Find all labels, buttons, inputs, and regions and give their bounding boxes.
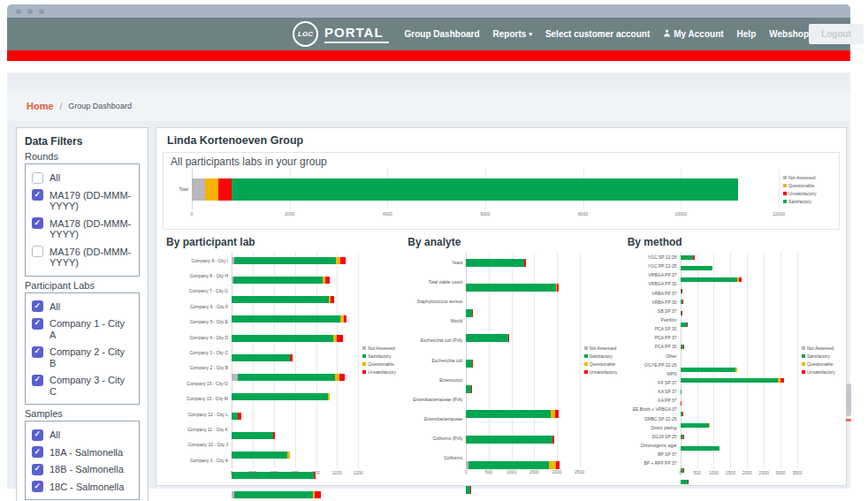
category-label: BP SP 37 — [624, 450, 681, 459]
screenshot-stage: LGC PORTAL Group DashboardReports▾Select… — [0, 0, 868, 501]
stacked-bar — [232, 432, 358, 439]
stacked-bar — [681, 311, 797, 315]
filter-option-all[interactable]: All — [32, 429, 133, 441]
stacked-bar — [681, 457, 797, 461]
stacked-bar — [466, 284, 579, 292]
scrollbar-thumb[interactable] — [846, 383, 851, 416]
breadcrumb-home-link[interactable]: Home — [27, 101, 54, 111]
checkbox-unchecked[interactable] — [32, 172, 43, 184]
bar-segment-satisfactory — [681, 368, 736, 372]
bar-segment-unsatisfactory — [331, 296, 334, 303]
filter-option-all[interactable]: All — [32, 171, 133, 184]
bar-segment-satisfactory — [232, 178, 738, 201]
category-label: Company 2 - City B — [163, 361, 232, 376]
bar-segment-satisfactory — [238, 374, 335, 381]
nav-item-reports[interactable]: Reports▾ — [493, 29, 532, 39]
by-analyte-chart-panel: By analyte YeastTotal viable countStaphy… — [404, 236, 621, 477]
scrollbar-highlight-mark — [846, 419, 851, 421]
chart-row — [681, 333, 797, 342]
stacked-bar — [232, 257, 358, 264]
legend-marker — [362, 354, 366, 358]
nav-item-select-customer-account[interactable]: Select customer account — [545, 29, 650, 39]
category-label: Escherichia coli (P/A) — [404, 330, 466, 350]
chart-plot-area — [232, 253, 358, 468]
stacked-bar — [466, 410, 579, 418]
legend-marker — [802, 370, 805, 374]
checkbox-unchecked[interactable] — [32, 246, 43, 257]
group-total-chart: TotalNot AssessedQuestionableUnsatisfact… — [171, 169, 832, 218]
logout-button[interactable]: Logout — [809, 24, 864, 44]
filter-option-18a-salmonella[interactable]: 18A - Salmonella — [32, 446, 133, 459]
data-filters-sidebar: Data Filters RoundsAllMA179 (DD-MMM-YYYY… — [16, 127, 148, 501]
window-control-dot[interactable] — [27, 9, 33, 14]
bar-segment-satisfactory — [681, 378, 779, 383]
checkbox-checked[interactable] — [32, 346, 43, 358]
filter-option-company-1-city-a[interactable]: Company 1 - City A — [32, 317, 133, 340]
stacked-bar — [681, 300, 797, 304]
nav-item-help[interactable]: Help — [737, 29, 757, 39]
filter-option-18c-salmonella[interactable]: 18C - Salmonella — [32, 481, 133, 493]
legend-marker — [362, 370, 366, 374]
chart-row — [681, 423, 797, 432]
bar-segment-satisfactory — [466, 284, 555, 292]
category-label: BP + RPF PP 37 — [624, 459, 681, 467]
legend-label: Questionable — [590, 361, 615, 367]
category-label: KF SP 37 — [624, 378, 681, 387]
category-label: PCA PP 37 — [624, 333, 681, 342]
filter-option-company-2-city-b[interactable]: Company 2 - City B — [32, 345, 133, 368]
checkbox-checked[interactable] — [32, 375, 43, 386]
chart-row — [232, 452, 358, 467]
axis-tick-label: 800 — [312, 470, 319, 475]
lgc-logo-text: LGC — [298, 30, 313, 38]
filter-option-ma179-dd-mmm-yyyy[interactable]: MA179 (DD-MMM-YYYY) — [32, 189, 133, 212]
stacked-bar — [232, 315, 358, 323]
filter-option-ma178-dd-mmm-yyyy[interactable]: MA178 (DD-MMM-YYYY) — [32, 217, 133, 240]
filter-option-18b-salmonella[interactable]: 18B - Salmonella — [32, 463, 133, 475]
nav-item-group-dashboard[interactable]: Group Dashboard — [405, 29, 480, 39]
bar-segment-satisfactory — [233, 277, 323, 284]
checkbox-checked[interactable] — [32, 481, 43, 492]
chart-row — [681, 368, 797, 376]
chart-row — [466, 360, 579, 379]
stacked-bar — [466, 309, 579, 317]
checkbox-checked[interactable] — [32, 189, 43, 201]
breakdown-charts-row: By participant lab Company 9 - City ICom… — [163, 236, 840, 477]
checkbox-checked[interactable] — [32, 429, 43, 441]
bar-segment-questionable — [287, 452, 289, 459]
bar-segment-satisfactory — [232, 432, 273, 439]
axis-tick-label: 0 — [191, 211, 194, 216]
category-label: Coliforms — [404, 448, 466, 467]
category-label: YGC PP 22-25 — [624, 262, 681, 270]
checkbox-checked[interactable] — [32, 300, 43, 312]
legend-label: Satisfactory — [807, 353, 830, 359]
by-participant-lab-chart-panel: By participant lab Company 9 - City ICom… — [163, 236, 402, 477]
category-label: Escherichia coli — [404, 350, 466, 369]
nav-item-my-account[interactable]: My Account — [663, 29, 723, 39]
checkbox-checked[interactable] — [32, 446, 43, 458]
window-control-dot[interactable] — [16, 9, 21, 14]
checkbox-checked[interactable] — [32, 464, 43, 475]
chart-row — [232, 296, 358, 311]
filter-option-all[interactable]: All — [32, 300, 133, 313]
stacked-bar — [232, 277, 358, 284]
filter-option-ma176-dd-mmm-yyyy[interactable]: MA176 (DD-MMM-YYYY) — [32, 246, 133, 269]
bar-segment-questionable — [205, 178, 218, 201]
bar-segment-not-assessed — [232, 374, 238, 381]
nav-item-webshop[interactable]: Webshop — [769, 29, 809, 39]
bar-segment-satisfactory — [681, 423, 709, 428]
filter-section-label-participant-labs: Participant Labs — [25, 280, 140, 291]
checkbox-checked[interactable] — [32, 318, 43, 330]
window-control-dot[interactable] — [39, 9, 44, 14]
stacked-bar — [681, 435, 797, 439]
axis-tick-label: 2500 — [575, 469, 584, 474]
lgc-portal-brand[interactable]: LGC PORTAL — [293, 21, 389, 47]
filter-option-company-3-city-c[interactable]: Company 3 - City C — [32, 374, 133, 397]
by-participant-lab-chart: Company 9 - City ICompany 8 - City HComp… — [163, 253, 402, 477]
bar-segment-unsatisfactory — [688, 480, 689, 484]
chart-x-axis: 0500100015002000250030003500 — [681, 468, 797, 477]
legend-item-unsatisfactory: Unsatisfactory — [802, 369, 840, 375]
bar-segment-unsatisfactory — [780, 378, 783, 383]
bar-segment-satisfactory — [681, 390, 682, 394]
checkbox-checked[interactable] — [32, 217, 43, 229]
stacked-bar — [232, 374, 358, 381]
